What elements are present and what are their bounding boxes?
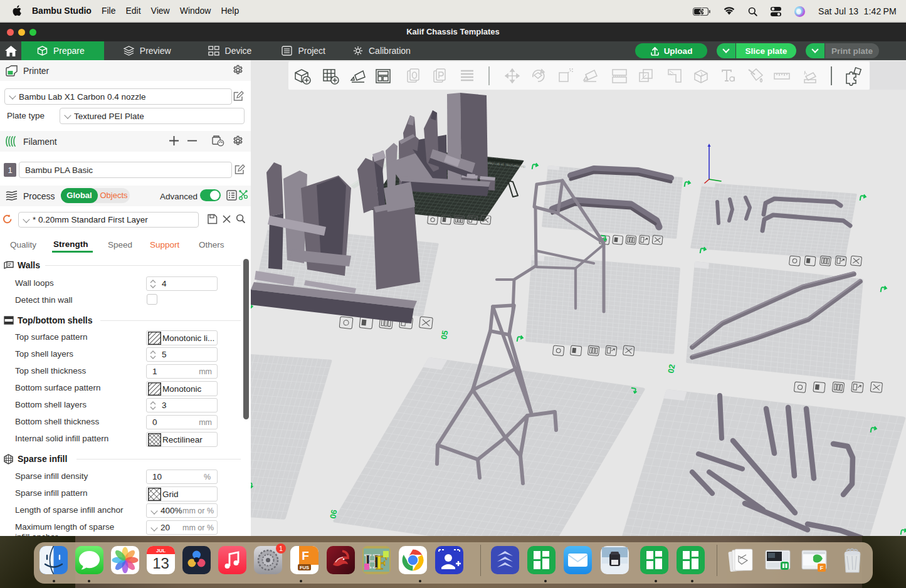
svg-text:06: 06: [328, 509, 339, 520]
svg-text:05: 05: [439, 330, 450, 340]
svg-text:F: F: [302, 549, 309, 562]
svg-text:FUS: FUS: [300, 565, 309, 570]
svg-text:02: 02: [666, 364, 677, 374]
svg-text:JUL: JUL: [156, 548, 166, 554]
svg-text:F: F: [820, 565, 824, 571]
svg-text:13: 13: [152, 555, 169, 572]
